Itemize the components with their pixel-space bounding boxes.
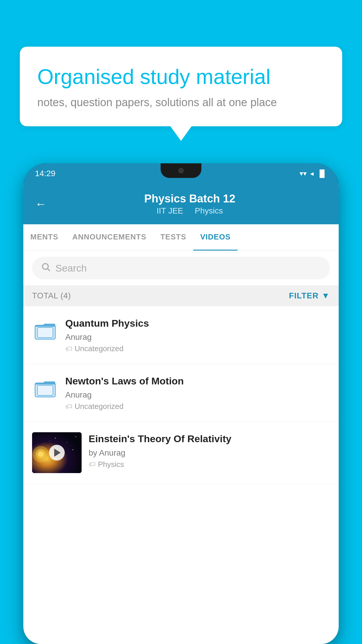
video-title: Einstein's Theory Of Relativity — [89, 432, 330, 445]
search-icon — [41, 262, 51, 274]
video-author: Anurag — [65, 332, 330, 342]
subtitle-physics: Physics — [195, 206, 223, 215]
play-triangle-icon — [54, 449, 61, 457]
speech-bubble: Organised study material notes, question… — [20, 47, 342, 126]
tag-text: Uncategorized — [75, 344, 124, 353]
svg-point-15 — [49, 441, 50, 441]
svg-rect-5 — [37, 385, 53, 396]
tab-videos[interactable]: VIDEOS — [193, 224, 238, 251]
header-subtitle: IIT JEE Physics — [52, 206, 327, 216]
subtitle-iitjee: IIT JEE — [157, 206, 183, 215]
status-icons: ▾▾ ◂ ▐▌ — [300, 169, 327, 178]
list-item[interactable]: Quantum Physics Anurag 🏷 Uncategorized — [23, 306, 339, 364]
list-item[interactable]: Einstein's Theory Of Relativity by Anura… — [23, 422, 339, 484]
tag-icon: 🏷 — [65, 402, 72, 411]
svg-point-11 — [67, 442, 67, 443]
svg-line-1 — [48, 269, 50, 271]
folder-icon — [34, 376, 57, 399]
svg-point-0 — [43, 264, 48, 270]
status-bar: 14:29 ▾▾ ◂ ▐▌ — [23, 163, 339, 184]
video-author: Anurag — [65, 390, 330, 400]
folder-icon-container — [32, 374, 58, 401]
tab-tests[interactable]: TESTS — [153, 224, 193, 251]
signal-icon: ◂ — [310, 169, 314, 178]
list-item[interactable]: Newton's Laws of Motion Anurag 🏷 Uncateg… — [23, 364, 339, 422]
tab-announcements[interactable]: ANNOUNCEMENTS — [65, 224, 153, 251]
video-list: Quantum Physics Anurag 🏷 Uncategorized — [23, 306, 339, 484]
speech-bubble-title: Organised study material — [37, 64, 325, 89]
video-info: Newton's Laws of Motion Anurag 🏷 Uncateg… — [65, 374, 330, 411]
svg-point-10 — [55, 438, 56, 439]
video-tag: 🏷 Uncategorized — [65, 344, 330, 353]
header-title: Physics Batch 12 — [52, 192, 327, 205]
video-thumbnail — [32, 432, 82, 473]
filter-button[interactable]: FILTER ▼ — [289, 291, 330, 300]
svg-point-12 — [75, 436, 76, 437]
filter-icon: ▼ — [321, 291, 330, 300]
status-time: 14:29 — [35, 169, 55, 178]
speech-bubble-container: Organised study material notes, question… — [20, 47, 342, 126]
tag-icon: 🏷 — [89, 460, 96, 468]
tab-ments[interactable]: MENTS — [23, 224, 65, 251]
notch — [161, 163, 201, 178]
video-title: Newton's Laws of Motion — [65, 374, 330, 387]
back-button[interactable]: ← — [35, 197, 47, 211]
svg-rect-3 — [37, 328, 53, 338]
video-info: Einstein's Theory Of Relativity by Anura… — [89, 432, 330, 469]
phone-screen: ← Physics Batch 12 IIT JEE Physics MENTS… — [23, 184, 339, 644]
folder-icon-container — [32, 317, 58, 343]
filter-label: FILTER — [289, 291, 319, 300]
video-author: by Anurag — [89, 448, 330, 458]
tag-text: Physics — [98, 460, 124, 469]
battery-icon: ▐▌ — [317, 169, 327, 178]
video-tag: 🏷 Physics — [89, 460, 330, 469]
search-placeholder-text: Search — [55, 262, 87, 274]
play-button-overlay[interactable] — [49, 445, 65, 461]
speech-bubble-subtitle: notes, question papers, solutions all at… — [37, 96, 325, 109]
wifi-icon: ▾▾ — [300, 169, 307, 178]
tag-icon: 🏷 — [65, 345, 72, 353]
phone-frame: 14:29 ▾▾ ◂ ▐▌ ← Physics Batch 12 IIT JEE… — [23, 163, 339, 644]
video-tag: 🏷 Uncategorized — [65, 402, 330, 411]
camera — [178, 168, 184, 173]
filter-bar: TOTAL (4) FILTER ▼ — [23, 285, 339, 306]
tag-text: Uncategorized — [75, 402, 124, 411]
search-container: Search — [23, 251, 339, 285]
svg-point-9 — [38, 451, 44, 457]
header-title-area: Physics Batch 12 IIT JEE Physics — [52, 192, 327, 216]
search-input-wrapper[interactable]: Search — [32, 257, 330, 279]
total-count-label: TOTAL (4) — [32, 291, 71, 300]
video-info: Quantum Physics Anurag 🏷 Uncategorized — [65, 317, 330, 353]
app-header: ← Physics Batch 12 IIT JEE Physics — [23, 184, 339, 224]
svg-point-14 — [73, 449, 73, 450]
folder-icon — [34, 318, 57, 342]
video-title: Quantum Physics — [65, 317, 330, 330]
tabs-bar: MENTS ANNOUNCEMENTS TESTS VIDEOS — [23, 224, 339, 251]
